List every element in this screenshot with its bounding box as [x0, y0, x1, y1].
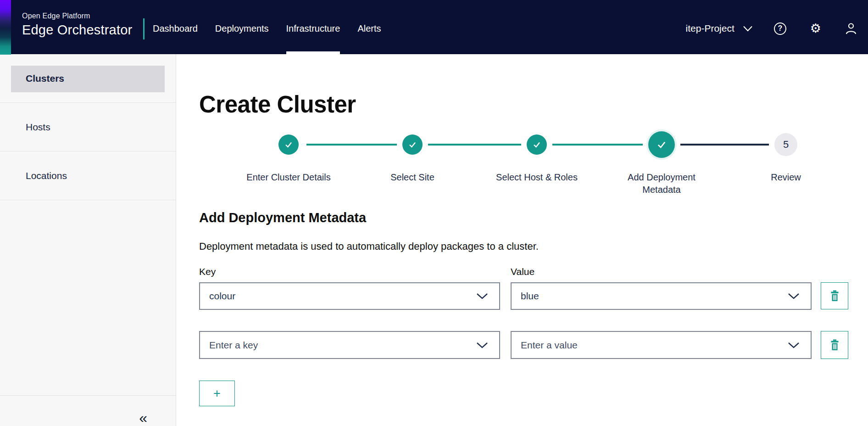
settings-gear-icon[interactable]: ⚙	[810, 22, 821, 35]
trash-icon	[830, 339, 840, 351]
key-select-value: colour	[209, 291, 476, 302]
nav-item-deployments[interactable]: Deployments	[215, 0, 269, 54]
brand-product-name: Edge Orchestrator	[22, 22, 132, 38]
key-column-label: Key	[199, 266, 216, 277]
key-select-placeholder: Enter a key	[209, 340, 476, 351]
metadata-row-1-delete-button[interactable]	[821, 282, 848, 309]
sidebar-collapse-icon[interactable]: «	[139, 410, 147, 425]
sidebar-item-label: Locations	[26, 151, 176, 200]
add-metadata-row-button[interactable]: +	[199, 381, 235, 406]
value-column-label: Value	[511, 266, 534, 277]
stepper-connector-2	[428, 144, 521, 146]
project-switcher[interactable]: itep-Project	[686, 23, 753, 34]
check-icon	[532, 140, 541, 149]
metadata-row-2-key-select[interactable]: Enter a key	[199, 331, 500, 359]
nav-item-alerts[interactable]: Alerts	[357, 0, 381, 54]
step-2-label: Select Site	[362, 171, 463, 184]
sidebar-item-label: Clusters	[26, 54, 176, 103]
plus-icon: +	[213, 387, 221, 401]
step-3-label: Select Host & Roles	[486, 171, 587, 184]
nav-item-infrastructure[interactable]: Infrastructure	[286, 0, 340, 54]
project-name: itep-Project	[686, 23, 734, 34]
check-icon	[656, 139, 667, 150]
chevron-down-icon	[743, 25, 753, 32]
app-header: Open Edge Platform Edge Orchestrator Das…	[0, 0, 868, 54]
stepper-connector-4	[680, 144, 769, 146]
nav-item-dashboard[interactable]: Dashboard	[153, 0, 198, 54]
value-select-placeholder: Enter a value	[521, 340, 788, 351]
section-description: Deployment metadata is used to automatic…	[199, 241, 539, 252]
top-navigation: Dashboard Deployments Infrastructure Ale…	[153, 0, 381, 54]
check-icon	[284, 140, 293, 149]
metadata-row-2-value-select[interactable]: Enter a value	[511, 331, 812, 359]
sidebar-item-hosts[interactable]: Hosts	[0, 103, 176, 151]
stepper-connector-1	[306, 144, 397, 146]
header-actions: itep-Project ? ⚙	[686, 0, 857, 54]
metadata-row-1-value-select[interactable]: blue	[511, 282, 812, 310]
chevron-down-icon	[788, 342, 800, 349]
chevron-down-icon	[476, 342, 488, 349]
user-account-icon[interactable]	[845, 22, 857, 35]
step-4-label: Add Deployment Metadata	[611, 171, 712, 196]
sidebar-footer: «	[0, 395, 176, 426]
metadata-row-2-delete-button[interactable]	[821, 331, 848, 359]
brand-gradient-bar	[0, 0, 11, 55]
page-title: Create Cluster	[199, 91, 356, 118]
step-5-number: 5	[783, 139, 789, 151]
step-1-complete-circle[interactable]	[278, 135, 299, 155]
sidebar: Clusters Hosts Locations «	[0, 54, 176, 426]
sidebar-item-label: Hosts	[26, 103, 176, 151]
create-cluster-stepper: Enter Cluster Details Select Site Select…	[199, 131, 868, 204]
section-heading: Add Deployment Metadata	[199, 210, 366, 225]
step-5-upcoming-circle[interactable]: 5	[774, 133, 797, 156]
brand-divider	[143, 18, 145, 39]
brand-platform-name: Open Edge Platform	[22, 12, 132, 20]
sidebar-item-clusters[interactable]: Clusters	[0, 54, 176, 103]
check-icon	[408, 140, 417, 149]
trash-icon	[830, 290, 840, 302]
step-3-complete-circle[interactable]	[527, 135, 547, 155]
help-icon[interactable]: ?	[774, 22, 786, 35]
step-5-label: Review	[735, 171, 836, 184]
stepper-connector-3	[552, 144, 643, 146]
step-1-label: Enter Cluster Details	[238, 171, 339, 184]
chevron-down-icon	[788, 292, 800, 300]
metadata-row-1-key-select[interactable]: colour	[199, 282, 500, 310]
value-select-value: blue	[521, 291, 788, 302]
chevron-down-icon	[476, 292, 488, 300]
step-4-active-circle[interactable]	[648, 131, 675, 158]
sidebar-item-locations[interactable]: Locations	[0, 151, 176, 200]
app-logo: Open Edge Platform Edge Orchestrator	[22, 12, 132, 38]
step-2-complete-circle[interactable]	[402, 135, 423, 155]
